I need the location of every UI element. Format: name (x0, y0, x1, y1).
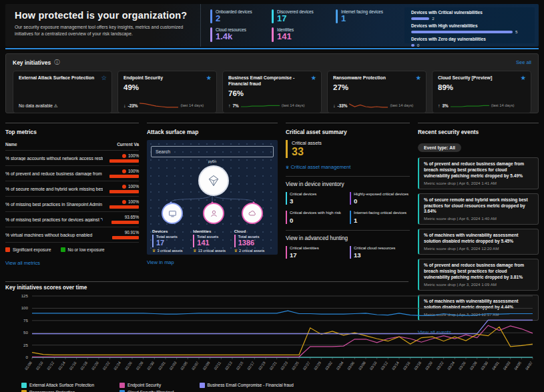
svg-text:03/02: 03/02 (324, 361, 333, 371)
table-row[interactable]: % of secure remote and hybrid work missi… (5, 181, 139, 197)
vulnerability-stats-panel: Devices with Critical vulnerabilities2De… (404, 7, 535, 43)
svg-text:03/14: 03/14 (391, 361, 400, 371)
see-all-link[interactable]: See all (516, 59, 531, 65)
green-swatch (61, 247, 65, 252)
metrics-legend: Significant exposure No or low exposure (5, 247, 139, 252)
cloud-node[interactable] (242, 203, 263, 224)
favorite-star-icon[interactable]: ★ (310, 74, 316, 81)
svg-text:03/04: 03/04 (336, 361, 344, 371)
svg-text:02/07: 02/07 (191, 361, 200, 371)
event-type-filter-chip[interactable]: Event type: All (418, 143, 461, 152)
svg-text:02/05: 02/05 (180, 361, 188, 371)
event-title: % of prevent and reduce business damage … (424, 161, 533, 179)
legend-label: Significant exposure (13, 247, 51, 252)
stat-accent-bar (210, 9, 212, 23)
legend-item: External Attack Surface Protection (21, 381, 94, 389)
critical-stat-label: Highly-exposed critical devices (354, 192, 410, 197)
favorite-star-icon[interactable]: ★ (206, 74, 212, 81)
trend-period: (last 14 days) (390, 103, 413, 107)
event-card[interactable]: % of secure remote and hybrid work missi… (418, 193, 539, 225)
stat-label: Internet facing devices (341, 9, 383, 14)
metrics-table: % storage accounts without network acces… (5, 151, 139, 243)
initiative-card[interactable]: Ransomware Protection★27%↓-33%(last 14 d… (327, 71, 427, 113)
view-in-map-link[interactable]: View in map (147, 259, 174, 265)
svg-text:02/23: 02/23 (280, 361, 288, 371)
svg-text:01/12: 01/12 (46, 361, 55, 371)
initiative-card[interactable]: Cloud Security [Preview]★89%↑3%(last 14 … (432, 71, 531, 113)
col-current-value: Current Va (117, 142, 139, 147)
stat-accent-bar (336, 9, 338, 23)
crown-icon: ♛ (152, 249, 156, 253)
critical-assets-label: Critical assets (292, 140, 410, 146)
critical-summary-title: Critical asset summary (286, 129, 410, 135)
events-title: Recent security events (418, 129, 539, 135)
legend-label: No or low exposure (68, 247, 105, 252)
critical-stat: Critical cloud resources13 (350, 246, 410, 259)
view-all-metrics-link[interactable]: View all metrics (5, 260, 40, 266)
critical-stat-label: Critical identities (290, 246, 346, 251)
score-change: 3% (443, 103, 449, 108)
map-search-input[interactable] (151, 146, 274, 157)
divider (286, 176, 410, 177)
event-meta: Metric score drop | Apr 6, 2024 1:40 AM (424, 216, 533, 221)
score-change: 7% (233, 103, 239, 108)
identities-node[interactable] (203, 203, 224, 224)
critical-assets-stat: Critical assets 33 (286, 140, 410, 158)
legend-swatch (21, 383, 27, 388)
critical-assets-label: ♛13 critical assets (193, 248, 231, 253)
cloud-icon (248, 209, 257, 218)
info-icon[interactable]: ⓘ (54, 59, 59, 66)
svg-text:02/29: 02/29 (313, 361, 322, 371)
legend-item: Ransomware Protection (21, 389, 94, 392)
svg-text:01/14: 01/14 (57, 361, 66, 371)
svg-text:01/10: 01/10 (35, 361, 44, 371)
table-row[interactable]: % of missing best practices for devices … (5, 212, 139, 227)
metric-value: 93.65% (125, 215, 139, 219)
legend-item: Endpoint Security (119, 381, 174, 389)
table-row[interactable]: % storage accounts without network acces… (5, 151, 139, 166)
devices-node[interactable] (162, 203, 183, 224)
crown-icon: ♛ (234, 249, 238, 253)
table-row[interactable]: % of prevent and reduce business damage … (5, 166, 139, 181)
metric-value: 100% (128, 184, 139, 189)
legend-label: Business Email Compromise - Financial fr… (208, 383, 294, 387)
asset-group-name: Cloud (234, 229, 272, 233)
asset-group-name: Devices (152, 229, 190, 233)
gem-icon (207, 174, 220, 187)
metric-value: 100% (128, 153, 139, 158)
svg-text:01/22: 01/22 (102, 361, 111, 371)
exposure-bar (109, 190, 139, 193)
tenant-node[interactable] (198, 165, 229, 196)
svg-text:03/10: 03/10 (369, 361, 378, 371)
metric-value: 90.91% (125, 230, 139, 235)
initiative-name: External Attack Surface Protection (19, 75, 106, 81)
critical-stat: Internet-facing critical devices1 (350, 211, 410, 224)
initiative-card[interactable]: Business Email Compromise - Financial fr… (222, 71, 322, 113)
vulnerability-bar (411, 31, 513, 33)
key-initiatives-title: Key initiatives (13, 59, 51, 66)
banner-stat: Cloud resources1.4k (210, 27, 266, 41)
favorite-star-icon[interactable]: ★ (415, 74, 421, 81)
svg-text:25: 25 (23, 343, 28, 347)
event-card[interactable]: % of prevent and reduce business damage … (418, 157, 539, 189)
initiative-card[interactable]: External Attack Surface Protection☆No da… (13, 71, 112, 113)
event-meta: Metric score drop | Apr 6, 2024 12:20 AM (424, 246, 533, 251)
critical-stat-value: 13 (354, 251, 410, 259)
stat-label: Onboarded devices (216, 9, 252, 14)
svg-text:03/20: 03/20 (425, 361, 433, 371)
metric-name: % of prevent and reduce business damage … (5, 171, 103, 176)
vulnerability-label: Devices with Critical vulnerabilities (411, 10, 528, 15)
hunting-stats: Critical identities17Critical cloud reso… (286, 246, 410, 259)
event-card[interactable]: % of machines with vulnerability assessm… (418, 229, 539, 255)
initiative-score: 89% (438, 83, 525, 91)
favorite-star-icon[interactable]: ★ (520, 74, 526, 81)
initiative-card[interactable]: Endpoint Security★49%↓-23%(last 14 days) (117, 71, 217, 113)
critical-asset-management-link[interactable]: ♛Critical asset management (286, 164, 410, 170)
table-row[interactable]: % virtual machines without backup enable… (5, 227, 139, 243)
stat-value: 17 (277, 14, 314, 23)
scores-line-chart: 025507510012501/0801/1001/1201/1401/1601… (5, 292, 539, 377)
trend-sparkline (349, 102, 388, 109)
favorite-star-icon[interactable]: ☆ (101, 74, 107, 81)
critical-stat-label: Critical devices with high risk (290, 211, 346, 216)
table-row[interactable]: % of missing best practices in Sharepoin… (5, 197, 139, 212)
